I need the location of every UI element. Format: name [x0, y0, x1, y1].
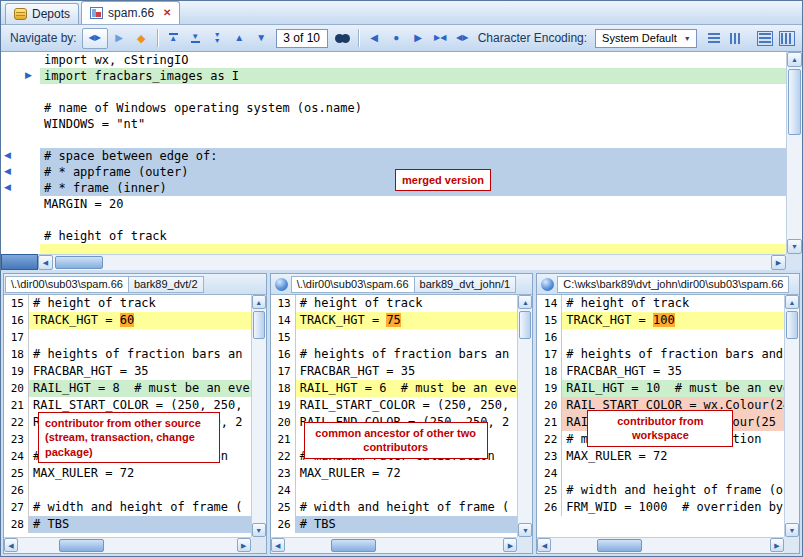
horizontal-scroll-thumb[interactable]	[331, 539, 376, 552]
tab-depots[interactable]: Depots	[5, 3, 79, 24]
vertical-scroll-thumb[interactable]	[786, 311, 798, 339]
merged-vertical-scrollbar[interactable]: ▲ ▼	[786, 52, 802, 254]
code-line: 18RAIL_HGT = 6 # must be an eve	[271, 380, 518, 397]
code-text: FRACBAR_HGT = 35	[29, 363, 251, 380]
scrollbar-corner	[517, 537, 532, 553]
diff-marker-icon[interactable]: ◀	[4, 167, 11, 176]
pane-vertical-scrollbar[interactable]: ▲ ▼	[784, 295, 799, 537]
code-text: # heights of fraction bars and	[562, 346, 784, 363]
right-arrow-icon: ▶	[414, 33, 422, 43]
code-line: 15	[271, 329, 518, 346]
scroll-up-button[interactable]: ▲	[252, 295, 266, 309]
version-tab[interactable]: bark89_dvt/2	[129, 276, 204, 293]
file-path-tab[interactable]: \.\dir00\sub03\spam.66	[5, 276, 129, 293]
scroll-right-button[interactable]: ▶	[503, 538, 517, 552]
code-text: FRM_WID = 1000 # overriden by	[562, 499, 784, 516]
pane-vertical-scrollbar[interactable]: ▲ ▼	[517, 295, 532, 537]
code-text: import wx, cStringIO	[40, 52, 786, 68]
next-unresolved-button[interactable]: ▼▼	[207, 28, 228, 49]
version-tab[interactable]: bark89_dvt_john/1	[415, 276, 517, 293]
vertical-scroll-thumb[interactable]	[788, 69, 801, 135]
scroll-up-button[interactable]: ▲	[787, 52, 802, 67]
view-rows-button[interactable]	[703, 28, 724, 49]
merged-editor[interactable]: import wx, cStringIOimport fracbars_imag…	[40, 52, 786, 254]
scroll-left-button[interactable]: ◀	[38, 255, 53, 270]
last-diff-button[interactable]: ▼	[185, 28, 206, 49]
inward-arrows-icon: ▶◀	[434, 34, 446, 42]
pane-horizontal-scrollbar[interactable]: ◀ ▶	[271, 537, 518, 553]
diamond-icon: ◆	[137, 33, 145, 44]
find-button[interactable]	[332, 28, 353, 49]
scroll-up-button[interactable]: ▲	[785, 295, 799, 309]
line-number: 25	[4, 465, 29, 482]
diff-position-field[interactable]: 3 of 10	[276, 29, 328, 48]
scroll-down-button[interactable]: ▼	[787, 239, 802, 254]
scroll-left-button[interactable]: ◀	[271, 538, 285, 552]
code-text: # height of track	[296, 295, 518, 312]
vertical-scroll-thumb[interactable]	[519, 311, 531, 339]
take-change-arrow-icon[interactable]: ▶	[25, 71, 32, 80]
code-text: MAX_RULER = 72	[562, 448, 784, 465]
close-tab-icon[interactable]: ✕	[163, 8, 171, 18]
prev-diff-button[interactable]: ▲	[229, 28, 250, 49]
circle-icon: ●	[393, 33, 399, 43]
code-text	[29, 482, 251, 499]
diff-marker-icon[interactable]: ◀	[4, 183, 11, 192]
jump-to-change-button[interactable]: ◆	[131, 28, 152, 49]
scroll-right-button[interactable]: ▶	[237, 538, 251, 552]
horizontal-scroll-thumb[interactable]	[55, 256, 103, 269]
left-arrow-icon: ◀	[370, 33, 378, 43]
view-columns-button[interactable]	[725, 28, 746, 49]
pane-header: \.\dir00\sub03\spam.66 bark89_dvt/2	[4, 274, 266, 295]
scroll-down-button[interactable]: ▼	[252, 523, 266, 537]
scroll-right-button[interactable]: ▶	[771, 255, 786, 270]
line-number: 17	[537, 346, 562, 363]
file-path-tab[interactable]: \.\dir00\sub03\spam.66	[291, 276, 415, 293]
contributor-editor[interactable]: 13# height of track14TRACK_HGT = 751516#…	[271, 295, 518, 537]
scroll-down-button[interactable]: ▼	[518, 523, 532, 537]
next-diff-button[interactable]: ▼	[251, 28, 272, 49]
arrow-to-bottom-icon: ▼	[191, 33, 200, 43]
prev-change-button[interactable]: ◀	[364, 28, 385, 49]
horizontal-scroll-thumb[interactable]	[59, 539, 104, 552]
pane-horizontal-scrollbar[interactable]: ◀ ▶	[4, 537, 251, 553]
line-number: 21	[537, 414, 562, 431]
pane-vertical-scrollbar[interactable]: ▲ ▼	[251, 295, 266, 537]
scroll-left-button[interactable]: ◀	[537, 538, 551, 552]
diff-marker-icon[interactable]: ◀	[4, 151, 11, 160]
horizontal-scroll-thumb[interactable]	[597, 539, 642, 552]
current-change-button[interactable]: ●	[386, 28, 407, 49]
line-number: 22	[537, 431, 562, 448]
navigate-mode-dropdown[interactable]: ◀▶	[82, 28, 108, 49]
tab-spam66[interactable]: spam.66 ✕	[81, 1, 180, 24]
code-line: 23MAX_RULER = 72	[537, 448, 784, 465]
pane-horizontal-scrollbar[interactable]: ◀ ▶	[537, 537, 784, 553]
code-text	[562, 329, 784, 346]
line-number: 16	[537, 329, 562, 346]
code-line: 18FRACBAR_HGT = 35	[537, 363, 784, 380]
first-diff-button[interactable]: ▲	[163, 28, 184, 49]
line-number: 19	[271, 397, 296, 414]
scroll-down-button[interactable]: ▼	[785, 523, 799, 537]
arrow-to-top-icon: ▲	[169, 33, 178, 43]
scroll-right-button[interactable]: ▶	[770, 538, 784, 552]
view-rows-boxed-button[interactable]	[754, 28, 775, 49]
file-path-tab[interactable]: C:\wks\bark89\dvt_john\dir00\sub03\spam.…	[557, 276, 789, 293]
code-line: 13# height of track	[271, 295, 518, 312]
next-change-button[interactable]: ▶	[408, 28, 429, 49]
step-forward-button[interactable]: ▶	[109, 28, 130, 49]
line-number: 24	[271, 482, 296, 499]
vertical-scroll-thumb[interactable]	[253, 311, 265, 339]
collapse-diffs-button[interactable]: ▶◀	[430, 28, 451, 49]
code-line	[40, 84, 786, 100]
code-text: MARGIN = 20	[40, 196, 786, 212]
scroll-up-button[interactable]: ▲	[518, 295, 532, 309]
merged-horizontal-scrollbar[interactable]: ◀ ▶	[38, 254, 786, 270]
code-text	[296, 482, 518, 499]
encoding-value: System Default	[602, 32, 677, 44]
expand-diffs-button[interactable]: ◀▶	[452, 28, 473, 49]
view-columns-boxed-button[interactable]	[776, 28, 797, 49]
encoding-select[interactable]: System Default ▼	[595, 29, 697, 48]
scroll-left-button[interactable]: ◀	[4, 538, 18, 552]
code-text	[40, 212, 786, 228]
